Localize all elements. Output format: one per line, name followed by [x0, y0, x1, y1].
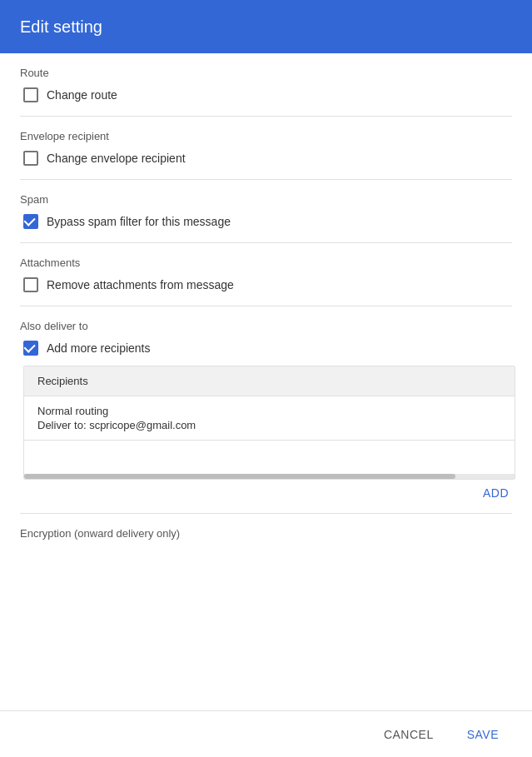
add-more-recipients-checkbox[interactable]: [23, 341, 38, 356]
divider-2: [20, 179, 512, 180]
save-button[interactable]: SAVE: [454, 721, 512, 748]
attachments-checkbox-row: Remove attachments from message: [20, 277, 512, 292]
encryption-section-label: Encryption (onward delivery only): [20, 527, 512, 540]
attachments-section-label: Attachments: [20, 256, 512, 269]
bypass-spam-checkbox-wrap[interactable]: Bypass spam filter for this message: [23, 214, 231, 229]
recipients-table-header: Recipients: [24, 366, 515, 396]
bypass-spam-label: Bypass spam filter for this message: [47, 215, 231, 228]
recipients-table: Recipients Normal routing Deliver to: sc…: [23, 366, 515, 480]
route-section: Route Change route: [20, 67, 512, 102]
table-scrollbar[interactable]: [24, 474, 515, 479]
divider-1: [20, 116, 512, 117]
also-deliver-checkbox-row: Add more recipients: [20, 341, 512, 356]
change-route-checkbox[interactable]: [23, 87, 38, 102]
bypass-spam-checkbox[interactable]: [23, 214, 38, 229]
dialog-content: Route Change route Envelope recipient Ch…: [0, 53, 532, 620]
change-envelope-checkbox-wrap[interactable]: Change envelope recipient: [23, 151, 186, 166]
encryption-section: Encryption (onward delivery only): [20, 527, 512, 540]
change-route-checkbox-wrap[interactable]: Change route: [23, 87, 117, 102]
dialog-footer: CANCEL SAVE: [0, 710, 532, 757]
remove-attachments-checkbox[interactable]: [23, 277, 38, 292]
spam-checkbox-row: Bypass spam filter for this message: [20, 214, 512, 229]
add-more-recipients-label: Add more recipients: [47, 341, 151, 355]
routing-type: Normal routing: [37, 405, 501, 417]
change-route-label: Change route: [47, 88, 117, 102]
spam-section: Spam Bypass spam filter for this message: [20, 193, 512, 229]
divider-5: [20, 513, 512, 514]
also-deliver-section: Also deliver to Add more recipients Reci…: [20, 320, 512, 500]
add-button[interactable]: ADD: [483, 486, 509, 500]
add-more-recipients-checkbox-wrap[interactable]: Add more recipients: [23, 341, 151, 356]
envelope-recipient-checkbox-row: Change envelope recipient: [20, 151, 512, 166]
attachments-section: Attachments Remove attachments from mess…: [20, 256, 512, 292]
cancel-button[interactable]: CANCEL: [370, 721, 447, 748]
spam-section-label: Spam: [20, 193, 512, 206]
deliver-to: Deliver to: scpricope@gmail.com: [37, 419, 501, 431]
change-envelope-label: Change envelope recipient: [47, 152, 186, 165]
envelope-recipient-section-label: Envelope recipient: [20, 130, 512, 142]
remove-attachments-checkbox-wrap[interactable]: Remove attachments from message: [23, 277, 234, 292]
change-envelope-checkbox[interactable]: [23, 151, 38, 166]
scrollbar-thumb: [24, 474, 455, 479]
remove-attachments-label: Remove attachments from message: [47, 278, 234, 291]
add-link-row: ADD: [20, 486, 509, 500]
route-checkbox-row: Change route: [20, 87, 512, 102]
divider-4: [20, 306, 512, 306]
envelope-recipient-section: Envelope recipient Change envelope recip…: [20, 130, 512, 166]
divider-3: [20, 242, 512, 243]
route-section-label: Route: [20, 67, 512, 79]
also-deliver-section-label: Also deliver to: [20, 320, 512, 332]
recipients-empty-row: [24, 441, 515, 474]
recipients-table-row[interactable]: Normal routing Deliver to: scpricope@gma…: [24, 396, 515, 441]
dialog-title: Edit setting: [20, 17, 102, 37]
dialog-header: Edit setting: [0, 0, 532, 53]
